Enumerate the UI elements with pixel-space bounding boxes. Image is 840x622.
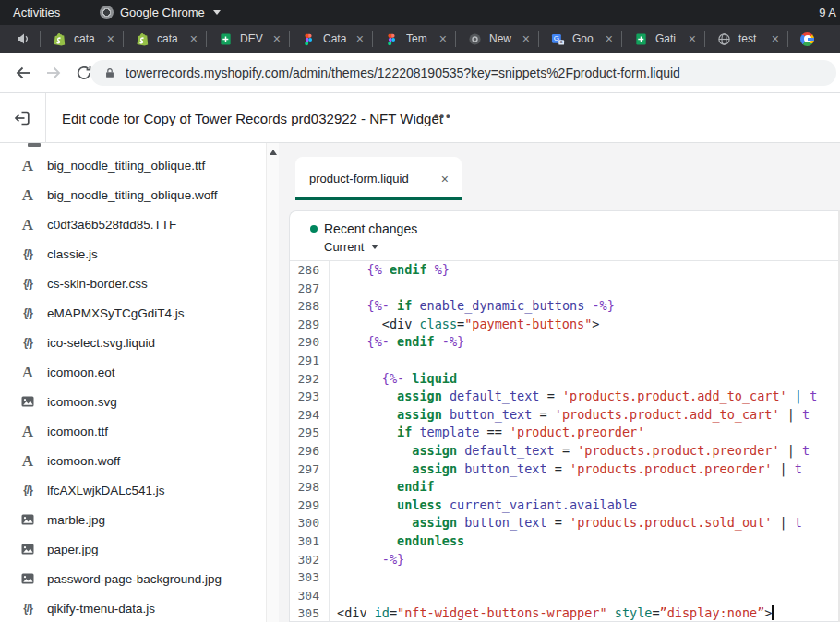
code-line[interactable]: 305<div id="nft-widget-buttons-wrapper" …: [290, 604, 840, 621]
tab-title: test: [738, 32, 768, 45]
speaker-icon[interactable]: [15, 30, 31, 47]
line-number: 290: [290, 333, 330, 352]
code-line[interactable]: 304: [290, 587, 840, 605]
file-item[interactable]: password-page-background.jpg: [0, 564, 266, 593]
editor-file-tab[interactable]: product-form.liquid ×: [295, 157, 462, 200]
tab-close-icon[interactable]: ×: [273, 32, 281, 45]
browser-tab[interactable]: Cata×: [290, 25, 372, 53]
file-item[interactable]: Abig_noodle_titling_oblique.ttf: [0, 150, 266, 180]
version-label: Current: [324, 240, 364, 254]
browser-tab[interactable]: [788, 25, 827, 53]
code-line[interactable]: 299 unless current_variant.available: [290, 496, 840, 515]
code-line[interactable]: 290 {%- endif -%}: [290, 333, 840, 352]
tab-close-icon[interactable]: ×: [689, 32, 696, 45]
tab-close-icon[interactable]: ×: [522, 32, 530, 45]
tab-close-icon[interactable]: ×: [439, 32, 447, 45]
code-line[interactable]: 291: [290, 352, 840, 370]
file-item[interactable]: Ac0df3a6b528fdd85.TTF: [0, 209, 266, 239]
file-item[interactable]: marble.jpg: [0, 505, 266, 534]
back-icon[interactable]: [14, 64, 32, 82]
figma-favicon: [385, 32, 399, 46]
clock[interactable]: 9 A: [819, 6, 836, 19]
tab-close-icon[interactable]: ×: [190, 32, 198, 45]
file-item[interactable]: {/}cs-skin-border.css: [0, 269, 266, 298]
font-file-icon: A: [17, 217, 39, 233]
file-item[interactable]: Abig_noodle_titling_oblique.woff: [0, 180, 266, 209]
browser-tab[interactable]: Gati×: [622, 25, 704, 53]
line-number: 291: [290, 352, 330, 370]
file-item[interactable]: icomoon.svg: [0, 387, 266, 416]
code-line[interactable]: 288 {%- if enable_dynamic_buttons -%}: [290, 297, 840, 316]
code-line[interactable]: 286 {% endif %}: [290, 261, 840, 280]
file-name: qikify-tmenu-data.js: [47, 602, 155, 616]
tab-title: Goo: [572, 32, 602, 45]
code-line[interactable]: 297 assign button_text = 'products.produ…: [290, 461, 840, 479]
tab-close-icon[interactable]: ×: [606, 32, 613, 45]
font-file-icon: A: [17, 453, 39, 469]
code-line[interactable]: 287: [290, 280, 840, 298]
file-item[interactable]: {/}qikify-tmenu-data.js: [0, 593, 266, 622]
file-name: icomoon.woff: [47, 454, 120, 468]
file-item[interactable]: {/}lfcAXLwjkDALc541.js: [0, 475, 266, 505]
file-item[interactable]: {/}eMAPMXSyTCgGdiT4.js: [0, 298, 266, 328]
more-actions-button[interactable]: •••: [434, 109, 452, 123]
chevron-down-icon: [213, 10, 221, 15]
code-file-icon: {/}: [17, 247, 39, 260]
code-line[interactable]: 298 endif: [290, 478, 840, 496]
file-item[interactable]: {/}classie.js: [0, 239, 266, 269]
chrome-icon: [100, 6, 114, 19]
code-content: assign default_text = 'products.product.…: [330, 442, 810, 461]
tab-close-icon[interactable]: ×: [356, 32, 364, 45]
close-icon[interactable]: ×: [441, 172, 449, 186]
code-line[interactable]: 294 assign button_text = 'products.produ…: [290, 406, 840, 425]
code-content: {%- endif -%}: [330, 333, 464, 352]
exit-code-editor-icon[interactable]: [13, 109, 31, 127]
code-line[interactable]: 293 assign default_text = 'products.prod…: [290, 388, 840, 406]
code-editor[interactable]: 286 {% endif %}287288 {%- if enable_dyna…: [290, 261, 840, 621]
app-menu[interactable]: Google Chrome: [100, 6, 221, 19]
app-menu-label: Google Chrome: [120, 6, 205, 19]
recent-changes-label: Recent changes: [324, 221, 417, 236]
file-item[interactable]: Aicomoon.woff: [0, 446, 266, 475]
code-content: {%- if enable_dynamic_buttons -%}: [330, 297, 615, 316]
code-file-icon: {/}: [17, 277, 39, 290]
file-item[interactable]: Aicomoon.eot: [0, 357, 266, 387]
code-line[interactable]: 301 endunless: [290, 532, 840, 551]
browser-tab[interactable]: cata×: [124, 25, 206, 53]
code-line[interactable]: 296 assign default_text = 'products.prod…: [290, 442, 840, 461]
file-item[interactable]: paper.jpg: [0, 534, 266, 564]
browser-tab[interactable]: cata×: [41, 25, 123, 53]
address-bar[interactable]: towerrecords.myshopify.com/admin/themes/…: [90, 60, 836, 86]
code-line[interactable]: 300 assign button_text = 'products.produ…: [290, 514, 840, 532]
code-content: assign button_text = 'products.product.s…: [330, 514, 802, 532]
code-line[interactable]: 303: [290, 568, 840, 587]
forward-icon[interactable]: [44, 64, 63, 82]
browser-tab[interactable]: Tem×: [373, 25, 455, 53]
divider: [45, 93, 46, 143]
browser-tab[interactable]: GaGoo×: [539, 25, 621, 53]
code-file-icon: {/}: [17, 336, 39, 349]
file-item[interactable]: {/}ico-select.svg.liquid: [0, 328, 266, 357]
file-name: cs-skin-border.css: [47, 277, 148, 291]
version-selector[interactable]: Current: [324, 240, 378, 254]
code-line[interactable]: 295 if template == 'product.preorder': [290, 424, 840, 442]
editor-main: product-form.liquid × Recent changes Cur…: [279, 143, 840, 622]
code-line[interactable]: 289 <div class="payment-buttons">: [290, 316, 840, 334]
activities-button[interactable]: Activities: [13, 6, 60, 19]
chrome-gray-favicon: [468, 32, 482, 46]
code-line[interactable]: 302 -%}: [290, 551, 840, 569]
code-file-icon: {/}: [17, 306, 39, 319]
code-line[interactable]: 292 {%- liquid: [290, 370, 840, 389]
browser-tab[interactable]: test×: [705, 25, 787, 53]
line-number: 304: [290, 587, 330, 605]
line-number: 286: [290, 261, 330, 280]
browser-tab[interactable]: DEV×: [207, 25, 289, 53]
sidebar-scrollbar[interactable]: [266, 143, 279, 622]
tab-close-icon[interactable]: ×: [107, 32, 114, 45]
tab-close-icon[interactable]: ×: [772, 32, 779, 45]
image-file-icon: [17, 571, 39, 586]
scroll-up-icon[interactable]: [270, 150, 277, 155]
browser-tab[interactable]: New×: [456, 25, 538, 53]
file-item[interactable]: Aicomoon.ttf: [0, 416, 266, 446]
lock-icon[interactable]: [103, 66, 116, 79]
